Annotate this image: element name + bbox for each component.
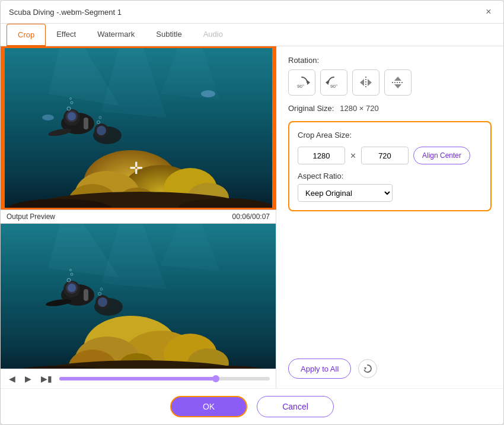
tab-crop[interactable]: Crop	[7, 24, 46, 46]
flip-horizontal-button[interactable]	[352, 69, 379, 96]
timeline[interactable]	[59, 377, 270, 380]
right-panel: Rotation: 90° 90°	[276, 46, 503, 388]
output-label-text: Output Preview	[7, 213, 55, 221]
video-scene-bottom	[1, 224, 276, 369]
tab-subtitle[interactable]: Subtitle	[145, 24, 192, 46]
main-content: ✛ Output Preview 00:06/00:07	[1, 46, 503, 388]
output-label-bar: Output Preview 00:06/00:07	[1, 210, 276, 224]
apply-to-all-button[interactable]: Apply to All	[288, 359, 351, 379]
svg-point-53	[98, 297, 107, 307]
tab-watermark[interactable]: Watermark	[87, 24, 145, 46]
video-scene-top: ✛	[1, 46, 276, 210]
dialog: Scuba Diving -.webm-Segment 1 × Crop Eff…	[0, 0, 504, 425]
original-size-section: Original Size: 1280 × 720	[288, 104, 492, 113]
tab-bar: Crop Effect Watermark Subtitle Audio	[1, 24, 503, 46]
svg-text:90°: 90°	[330, 84, 337, 89]
play-button[interactable]: ▶	[23, 373, 34, 385]
svg-text:90°: 90°	[297, 84, 304, 89]
svg-rect-20	[84, 118, 88, 129]
aspect-ratio-select[interactable]: Keep Original 16:9 4:3 1:1 9:16	[298, 184, 393, 202]
svg-marker-67	[394, 77, 401, 81]
close-button[interactable]: ×	[482, 5, 495, 18]
svg-rect-49	[84, 289, 88, 301]
crop-height-input[interactable]	[361, 147, 409, 164]
timeline-fill	[59, 377, 217, 380]
svg-point-24	[97, 126, 106, 135]
tab-effect[interactable]: Effect	[46, 24, 87, 46]
multiply-sign: ✕	[350, 151, 356, 160]
flip-vertical-button[interactable]	[384, 69, 412, 96]
video-preview-top[interactable]: ✛	[1, 46, 276, 210]
video-preview-bottom[interactable]	[1, 224, 276, 369]
title-bar: Scuba Diving -.webm-Segment 1 ×	[1, 1, 503, 24]
svg-marker-68	[394, 84, 401, 88]
aspect-ratio-label: Aspect Ratio:	[298, 172, 482, 180]
align-center-button[interactable]: Align Center	[413, 147, 470, 164]
tab-audio: Audio	[193, 24, 234, 46]
footer: OK Cancel	[1, 388, 503, 424]
rotate-ccw-button[interactable]: 90°	[320, 69, 347, 96]
cancel-button[interactable]: Cancel	[257, 396, 334, 417]
svg-marker-65	[368, 79, 372, 86]
aspect-ratio-section: Aspect Ratio: Keep Original 16:9 4:3 1:1…	[298, 172, 482, 202]
next-frame-button[interactable]: ▶▮	[39, 373, 55, 385]
rotation-buttons: 90° 90°	[288, 69, 492, 96]
bottom-actions: Apply to All	[288, 353, 492, 379]
timeline-thumb[interactable]	[212, 375, 219, 382]
svg-text:✛: ✛	[129, 159, 143, 177]
dialog-title: Scuba Diving -.webm-Segment 1	[9, 8, 122, 17]
svg-marker-61	[326, 80, 328, 85]
svg-point-19	[68, 112, 76, 120]
svg-marker-59	[307, 80, 310, 85]
svg-marker-69	[364, 367, 366, 370]
ok-button[interactable]: OK	[170, 396, 247, 417]
svg-point-14	[201, 90, 215, 97]
rotate-cw-button[interactable]: 90°	[288, 69, 315, 96]
crop-area-title: Crop Area Size:	[298, 131, 482, 139]
svg-marker-64	[360, 79, 364, 86]
rotation-section: Rotation: 90° 90°	[288, 56, 492, 96]
playback-controls: ◀ ▶ ▶▮	[1, 369, 276, 388]
left-panel: ✛ Output Preview 00:06/00:07	[1, 46, 276, 388]
original-size-value: 1280 × 720	[340, 104, 378, 113]
timecode: 00:06/00:07	[232, 213, 270, 221]
svg-point-15	[42, 115, 54, 120]
crop-area-section: Crop Area Size: ✕ Align Center Aspect Ra…	[288, 121, 492, 211]
rewind-button[interactable]: ◀	[7, 373, 18, 385]
original-size-label: Original Size:	[288, 104, 334, 113]
rotation-label: Rotation:	[288, 56, 492, 65]
svg-point-48	[68, 284, 76, 292]
crop-width-input[interactable]	[298, 147, 345, 164]
crop-size-row: ✕ Align Center	[298, 147, 482, 164]
reset-button[interactable]	[358, 359, 377, 378]
